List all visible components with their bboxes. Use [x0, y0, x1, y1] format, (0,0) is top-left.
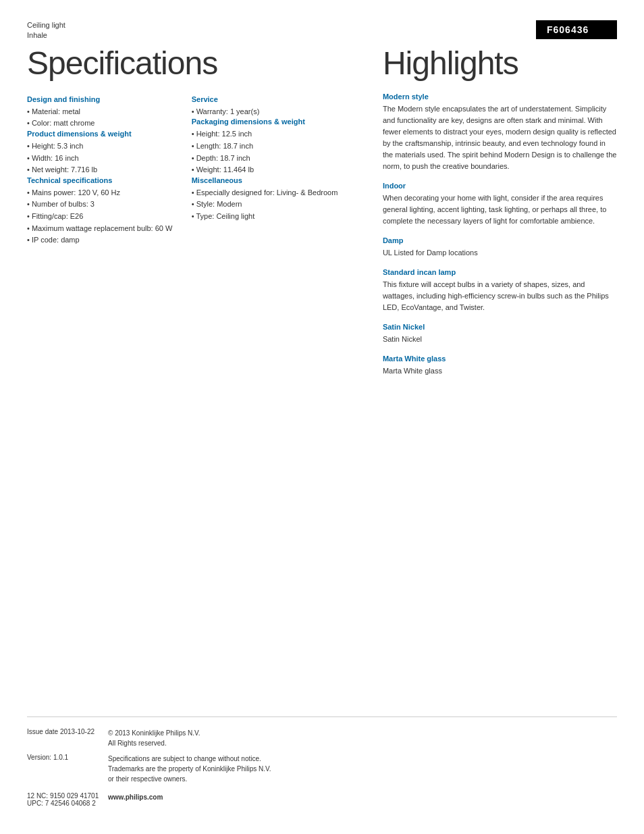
list-item: Material: metal	[27, 106, 178, 118]
footer-spec-change: Specifications are subject to change wit…	[108, 755, 261, 762]
miscellaneous-list: Especially designed for: Living- & Bedro…	[192, 187, 356, 223]
list-item: Depth: 18.7 inch	[192, 153, 356, 165]
highlight-damp: Damp UL Listed for Damp locations	[383, 236, 617, 259]
service-list: Warranty: 1 year(s)	[192, 106, 356, 118]
highlight-marta-white-glass: Marta White glass Marta White glass	[383, 355, 617, 377]
footer-issue-date-value: © 2013 Koninklijke Philips N.V. All Righ…	[108, 728, 200, 748]
footer-website-link[interactable]: www.philips.com	[108, 793, 163, 801]
highlights-title: Highlights	[383, 45, 617, 82]
page-wrapper: Ceiling light Inhale F606436 Specificati…	[0, 0, 644, 834]
product-dimensions-heading: Product dimensions & weight	[27, 130, 178, 138]
product-dimensions-list: Height: 5.3 inch Width: 16 inch Net weig…	[27, 140, 178, 176]
left-panel: Specifications Design and finishing Mate…	[27, 41, 369, 552]
footer-issue-date-row: Issue date 2013-10-22 © 2013 Koninklijke…	[27, 728, 617, 748]
product-type: Ceiling light	[27, 20, 65, 30]
header-row: Ceiling light Inhale F606436	[27, 20, 617, 41]
product-label: Ceiling light Inhale	[27, 20, 65, 41]
list-item: Warranty: 1 year(s)	[192, 106, 356, 118]
miscellaneous-heading: Miscellaneous	[192, 176, 356, 184]
list-item: Height: 5.3 inch	[27, 140, 178, 153]
product-dimensions-section: Product dimensions & weight Height: 5.3 …	[27, 130, 178, 176]
list-item: Mains power: 120 V, 60 Hz	[27, 187, 178, 199]
footer-website-value: www.philips.com	[108, 792, 163, 802]
highlight-heading: Modern style	[383, 93, 617, 101]
list-item: Color: matt chrome	[27, 118, 178, 130]
highlight-text: The Modern style encapsulates the art of…	[383, 103, 617, 172]
footer: Issue date 2013-10-22 © 2013 Koninklijke…	[27, 716, 617, 807]
specs-two-col: Design and finishing Material: metal Col…	[27, 95, 356, 246]
design-finishing-list: Material: metal Color: matt chrome	[27, 106, 178, 130]
highlight-text: This fixture will accept bulbs in a vari…	[383, 279, 617, 313]
technical-specs-section: Technical specifications Mains power: 12…	[27, 176, 178, 246]
list-item: Net weight: 7.716 lb	[27, 164, 178, 176]
list-item: Width: 16 inch	[27, 153, 178, 165]
product-code-box: F606436	[536, 20, 617, 39]
highlight-indoor: Indoor When decorating your home with li…	[383, 182, 617, 227]
footer-codes-label: 12 NC: 9150 029 41701 UPC: 7 42546 04068…	[27, 792, 108, 807]
footer-codes-row: 12 NC: 9150 029 41701 UPC: 7 42546 04068…	[27, 792, 617, 807]
list-item: Maximum wattage replacement bulb: 60 W	[27, 223, 178, 235]
footer-upc-code: UPC: 7 42546 04068 2	[27, 800, 108, 807]
highlight-heading: Indoor	[383, 182, 617, 190]
service-heading: Service	[192, 95, 356, 103]
design-finishing-section: Design and finishing Material: metal Col…	[27, 95, 178, 130]
highlight-text: When decorating your home with light, co…	[383, 192, 617, 227]
highlight-heading: Standard incan lamp	[383, 268, 617, 276]
list-item: Height: 12.5 inch	[192, 128, 356, 140]
highlight-standard-lamp: Standard incan lamp This fixture will ac…	[383, 268, 617, 313]
packaging-dimensions-heading: Packaging dimensions & weight	[192, 118, 356, 126]
list-item: Type: Ceiling light	[192, 211, 356, 223]
product-name: Inhale	[27, 30, 65, 41]
page-title: Specifications	[27, 45, 356, 82]
footer-nc-code: 12 NC: 9150 029 41701	[27, 792, 108, 800]
list-item: Number of bulbs: 3	[27, 199, 178, 211]
packaging-dimensions-section: Packaging dimensions & weight Height: 12…	[192, 118, 356, 176]
highlight-heading: Damp	[383, 236, 617, 244]
highlight-text: UL Listed for Damp locations	[383, 247, 617, 259]
technical-specs-list: Mains power: 120 V, 60 Hz Number of bulb…	[27, 187, 178, 246]
footer-version-value: Specifications are subject to change wit…	[108, 754, 271, 784]
footer-copyright: © 2013 Koninklijke Philips N.V.	[108, 729, 200, 737]
highlight-text: Satin Nickel	[383, 334, 617, 345]
highlight-modern-style: Modern style The Modern style encapsulat…	[383, 93, 617, 172]
footer-rights: All Rights reserved.	[108, 739, 167, 747]
list-item: Fitting/cap: E26	[27, 211, 178, 223]
design-finishing-heading: Design and finishing	[27, 95, 178, 103]
footer-owners: or their respective owners.	[108, 775, 187, 783]
spacer	[27, 552, 617, 716]
list-item: Especially designed for: Living- & Bedro…	[192, 187, 356, 199]
highlight-heading: Marta White glass	[383, 355, 617, 363]
footer-version-row: Version: 1.0.1 Specifications are subjec…	[27, 754, 617, 784]
right-panel: Highlights Modern style The Modern style…	[369, 41, 617, 552]
list-item: Weight: 11.464 lb	[192, 164, 356, 176]
list-item: Length: 18.7 inch	[192, 140, 356, 153]
specs-col-left: Design and finishing Material: metal Col…	[27, 95, 185, 246]
highlight-satin-nickel: Satin Nickel Satin Nickel	[383, 323, 617, 345]
list-item: Style: Modern	[192, 199, 356, 211]
specs-col-right: Service Warranty: 1 year(s) Packaging di…	[185, 95, 356, 246]
list-item: IP code: damp	[27, 234, 178, 246]
service-section: Service Warranty: 1 year(s)	[192, 95, 356, 118]
technical-specs-heading: Technical specifications	[27, 176, 178, 184]
main-content: Specifications Design and finishing Mate…	[27, 41, 617, 552]
footer-trademarks: Trademarks are the property of Koninklij…	[108, 765, 271, 773]
highlight-text: Marta White glass	[383, 365, 617, 377]
miscellaneous-section: Miscellaneous Especially designed for: L…	[192, 176, 356, 223]
footer-issue-date-label: Issue date 2013-10-22	[27, 728, 108, 735]
footer-version-label: Version: 1.0.1	[27, 754, 108, 761]
highlight-heading: Satin Nickel	[383, 323, 617, 331]
packaging-dimensions-list: Height: 12.5 inch Length: 18.7 inch Dept…	[192, 128, 356, 176]
